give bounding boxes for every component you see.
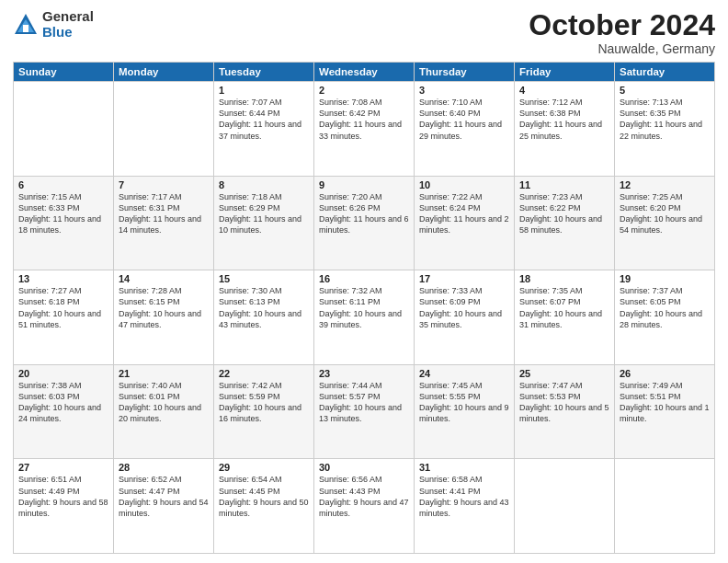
day-number: 22 bbox=[219, 368, 309, 379]
day-info: Sunrise: 7:30 AM Sunset: 6:13 PM Dayligh… bbox=[219, 285, 309, 330]
calendar-table: Sunday Monday Tuesday Wednesday Thursday… bbox=[13, 62, 715, 554]
table-row: 3Sunrise: 7:10 AM Sunset: 6:40 PM Daylig… bbox=[415, 82, 515, 177]
header-wednesday: Wednesday bbox=[314, 63, 415, 82]
day-info: Sunrise: 7:20 AM Sunset: 6:26 PM Dayligh… bbox=[319, 191, 409, 236]
day-number: 25 bbox=[519, 368, 609, 379]
table-row: 20Sunrise: 7:38 AM Sunset: 6:03 PM Dayli… bbox=[14, 364, 114, 459]
table-row: 19Sunrise: 7:37 AM Sunset: 6:05 PM Dayli… bbox=[615, 270, 715, 365]
day-info: Sunrise: 7:44 AM Sunset: 5:57 PM Dayligh… bbox=[319, 380, 409, 425]
day-info: Sunrise: 7:49 AM Sunset: 5:51 PM Dayligh… bbox=[620, 380, 710, 425]
day-info: Sunrise: 7:35 AM Sunset: 6:07 PM Dayligh… bbox=[519, 285, 609, 330]
table-row: 27Sunrise: 6:51 AM Sunset: 4:49 PM Dayli… bbox=[14, 459, 114, 554]
day-number: 12 bbox=[620, 179, 710, 190]
day-number: 19 bbox=[620, 273, 710, 284]
svg-rect-2 bbox=[23, 25, 28, 32]
day-info: Sunrise: 7:32 AM Sunset: 6:11 PM Dayligh… bbox=[319, 285, 409, 330]
day-number: 9 bbox=[319, 179, 409, 190]
day-number: 7 bbox=[119, 179, 209, 190]
day-info: Sunrise: 6:52 AM Sunset: 4:47 PM Dayligh… bbox=[119, 474, 209, 519]
logo-text: General Blue bbox=[42, 9, 94, 40]
day-number: 15 bbox=[219, 273, 309, 284]
logo-general-text: General bbox=[42, 9, 94, 25]
day-number: 21 bbox=[119, 368, 209, 379]
day-info: Sunrise: 7:22 AM Sunset: 6:24 PM Dayligh… bbox=[419, 191, 509, 236]
table-row: 24Sunrise: 7:45 AM Sunset: 5:55 PM Dayli… bbox=[415, 364, 515, 459]
day-number: 13 bbox=[18, 273, 108, 284]
day-info: Sunrise: 7:37 AM Sunset: 6:05 PM Dayligh… bbox=[620, 285, 710, 330]
table-row: 14Sunrise: 7:28 AM Sunset: 6:15 PM Dayli… bbox=[114, 270, 214, 365]
table-row: 10Sunrise: 7:22 AM Sunset: 6:24 PM Dayli… bbox=[415, 176, 515, 270]
day-number: 1 bbox=[219, 85, 309, 96]
header-thursday: Thursday bbox=[415, 63, 515, 82]
table-row: 11Sunrise: 7:23 AM Sunset: 6:22 PM Dayli… bbox=[515, 176, 615, 270]
day-info: Sunrise: 7:15 AM Sunset: 6:33 PM Dayligh… bbox=[18, 191, 108, 236]
day-info: Sunrise: 7:12 AM Sunset: 6:38 PM Dayligh… bbox=[519, 97, 609, 142]
day-info: Sunrise: 7:33 AM Sunset: 6:09 PM Dayligh… bbox=[419, 285, 509, 330]
day-number: 29 bbox=[219, 462, 309, 473]
table-row: 31Sunrise: 6:58 AM Sunset: 4:41 PM Dayli… bbox=[415, 459, 515, 554]
table-row: 21Sunrise: 7:40 AM Sunset: 6:01 PM Dayli… bbox=[114, 364, 214, 459]
table-row: 30Sunrise: 6:56 AM Sunset: 4:43 PM Dayli… bbox=[314, 459, 415, 554]
day-number: 18 bbox=[519, 273, 609, 284]
day-info: Sunrise: 7:40 AM Sunset: 6:01 PM Dayligh… bbox=[119, 380, 209, 425]
calendar-week-row: 6Sunrise: 7:15 AM Sunset: 6:33 PM Daylig… bbox=[14, 176, 715, 270]
logo: General Blue bbox=[13, 9, 94, 40]
day-number: 24 bbox=[419, 368, 509, 379]
table-row: 12Sunrise: 7:25 AM Sunset: 6:20 PM Dayli… bbox=[615, 176, 715, 270]
table-row bbox=[14, 82, 114, 177]
day-info: Sunrise: 7:27 AM Sunset: 6:18 PM Dayligh… bbox=[18, 285, 108, 330]
day-info: Sunrise: 7:45 AM Sunset: 5:55 PM Dayligh… bbox=[419, 380, 509, 425]
day-info: Sunrise: 7:10 AM Sunset: 6:40 PM Dayligh… bbox=[419, 97, 509, 142]
day-number: 17 bbox=[419, 273, 509, 284]
logo-icon bbox=[13, 12, 39, 38]
day-info: Sunrise: 7:38 AM Sunset: 6:03 PM Dayligh… bbox=[18, 380, 108, 425]
location: Nauwalde, Germany bbox=[529, 41, 715, 56]
calendar-week-row: 13Sunrise: 7:27 AM Sunset: 6:18 PM Dayli… bbox=[14, 270, 715, 365]
calendar-week-row: 20Sunrise: 7:38 AM Sunset: 6:03 PM Dayli… bbox=[14, 364, 715, 459]
day-number: 27 bbox=[18, 462, 108, 473]
table-row bbox=[114, 82, 214, 177]
header: General Blue October 2024 Nauwalde, Germ… bbox=[13, 9, 715, 56]
table-row: 23Sunrise: 7:44 AM Sunset: 5:57 PM Dayli… bbox=[314, 364, 415, 459]
table-row: 18Sunrise: 7:35 AM Sunset: 6:07 PM Dayli… bbox=[515, 270, 615, 365]
day-number: 11 bbox=[519, 179, 609, 190]
day-info: Sunrise: 7:47 AM Sunset: 5:53 PM Dayligh… bbox=[519, 380, 609, 425]
table-row: 8Sunrise: 7:18 AM Sunset: 6:29 PM Daylig… bbox=[214, 176, 314, 270]
table-row: 7Sunrise: 7:17 AM Sunset: 6:31 PM Daylig… bbox=[114, 176, 214, 270]
table-row: 22Sunrise: 7:42 AM Sunset: 5:59 PM Dayli… bbox=[214, 364, 314, 459]
day-number: 31 bbox=[419, 462, 509, 473]
day-number: 5 bbox=[620, 85, 710, 96]
header-saturday: Saturday bbox=[615, 63, 715, 82]
day-number: 16 bbox=[319, 273, 409, 284]
day-info: Sunrise: 7:42 AM Sunset: 5:59 PM Dayligh… bbox=[219, 380, 309, 425]
title-block: October 2024 Nauwalde, Germany bbox=[529, 9, 715, 56]
header-tuesday: Tuesday bbox=[214, 63, 314, 82]
day-info: Sunrise: 6:56 AM Sunset: 4:43 PM Dayligh… bbox=[319, 474, 409, 519]
day-info: Sunrise: 7:17 AM Sunset: 6:31 PM Dayligh… bbox=[119, 191, 209, 236]
day-info: Sunrise: 6:51 AM Sunset: 4:49 PM Dayligh… bbox=[18, 474, 108, 519]
table-row: 2Sunrise: 7:08 AM Sunset: 6:42 PM Daylig… bbox=[314, 82, 415, 177]
day-info: Sunrise: 7:28 AM Sunset: 6:15 PM Dayligh… bbox=[119, 285, 209, 330]
header-monday: Monday bbox=[114, 63, 214, 82]
table-row: 13Sunrise: 7:27 AM Sunset: 6:18 PM Dayli… bbox=[14, 270, 114, 365]
table-row: 6Sunrise: 7:15 AM Sunset: 6:33 PM Daylig… bbox=[14, 176, 114, 270]
day-number: 26 bbox=[620, 368, 710, 379]
table-row: 17Sunrise: 7:33 AM Sunset: 6:09 PM Dayli… bbox=[415, 270, 515, 365]
day-number: 30 bbox=[319, 462, 409, 473]
day-info: Sunrise: 6:58 AM Sunset: 4:41 PM Dayligh… bbox=[419, 474, 509, 519]
header-sunday: Sunday bbox=[14, 63, 114, 82]
day-number: 20 bbox=[18, 368, 108, 379]
header-friday: Friday bbox=[515, 63, 615, 82]
day-number: 28 bbox=[119, 462, 209, 473]
table-row: 29Sunrise: 6:54 AM Sunset: 4:45 PM Dayli… bbox=[214, 459, 314, 554]
day-number: 10 bbox=[419, 179, 509, 190]
day-info: Sunrise: 7:08 AM Sunset: 6:42 PM Dayligh… bbox=[319, 97, 409, 142]
day-info: Sunrise: 7:18 AM Sunset: 6:29 PM Dayligh… bbox=[219, 191, 309, 236]
day-number: 23 bbox=[319, 368, 409, 379]
day-number: 3 bbox=[419, 85, 509, 96]
day-info: Sunrise: 7:25 AM Sunset: 6:20 PM Dayligh… bbox=[620, 191, 710, 236]
day-number: 8 bbox=[219, 179, 309, 190]
table-row: 5Sunrise: 7:13 AM Sunset: 6:35 PM Daylig… bbox=[615, 82, 715, 177]
table-row: 28Sunrise: 6:52 AM Sunset: 4:47 PM Dayli… bbox=[114, 459, 214, 554]
calendar-page: General Blue October 2024 Nauwalde, Germ… bbox=[0, 0, 728, 563]
